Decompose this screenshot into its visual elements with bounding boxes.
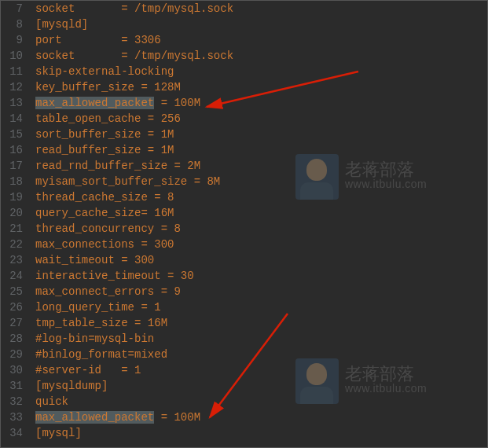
code-text: #server-id = 1 — [35, 364, 141, 376]
code-content[interactable]: [mysql] — [32, 425, 487, 441]
code-text: port = 3306 — [35, 34, 161, 46]
code-text: = 100M — [154, 411, 200, 424]
code-line[interactable]: 25max_connect_errors = 9 — [1, 284, 487, 299]
code-text: thread_cache_size = 8 — [35, 191, 174, 204]
code-content[interactable]: thread_concurrency = 8 — [32, 221, 487, 237]
code-line[interactable]: 28#log-bin=mysql-bin — [1, 331, 487, 347]
line-number: 27 — [1, 315, 32, 331]
code-text: read_rnd_buffer_size = 2M — [35, 160, 200, 172]
code-content[interactable]: tmp_table_size = 16M — [32, 315, 487, 331]
code-line[interactable]: 30#server-id = 1 — [1, 362, 487, 378]
line-number: 10 — [1, 48, 32, 64]
line-number: 19 — [1, 189, 32, 205]
code-line[interactable]: 32quick — [1, 394, 487, 409]
code-line[interactable]: 33max_allowed_packet = 100M — [1, 409, 487, 425]
code-text: sort_buffer_size = 1M — [35, 128, 174, 141]
code-content[interactable]: quick — [32, 394, 487, 409]
code-text: interactive_timeout = 30 — [35, 270, 194, 282]
code-content[interactable]: #server-id = 1 — [32, 362, 487, 378]
code-text: [mysql] — [35, 427, 82, 439]
code-text: myisam_sort_buffer_size = 8M — [35, 175, 220, 188]
code-content[interactable]: key_buffer_size = 128M — [32, 79, 487, 95]
line-number: 12 — [1, 79, 32, 95]
code-text: thread_concurrency = 8 — [35, 222, 181, 235]
code-line[interactable]: 9port = 3306 — [1, 32, 487, 48]
code-content[interactable]: max_connections = 300 — [32, 237, 487, 252]
line-number: 9 — [1, 32, 32, 48]
line-number: 26 — [1, 299, 32, 315]
line-number: 11 — [1, 64, 32, 79]
code-content[interactable]: #binlog_format=mixed — [32, 347, 487, 362]
code-text: [mysqldump] — [35, 380, 108, 392]
code-line[interactable]: 13max_allowed_packet = 100M — [1, 95, 487, 111]
code-text: wait_timeout = 300 — [35, 254, 154, 266]
code-line[interactable]: 8[mysqld] — [1, 17, 487, 32]
code-content[interactable]: skip-external-locking — [32, 64, 487, 79]
code-content[interactable]: socket = /tmp/mysql.sock — [32, 48, 487, 64]
line-number: 28 — [1, 331, 32, 347]
code-line[interactable]: 26long_query_time = 1 — [1, 299, 487, 315]
code-content[interactable]: query_cache_size= 16M — [32, 205, 487, 221]
code-content[interactable]: socket = /tmp/mysql.sock — [32, 1, 487, 17]
line-number: 18 — [1, 174, 32, 189]
code-line[interactable]: 20query_cache_size= 16M — [1, 205, 487, 221]
line-number: 16 — [1, 142, 32, 158]
line-number: 34 — [1, 425, 32, 441]
code-line[interactable]: 31[mysqldump] — [1, 378, 487, 394]
code-content[interactable]: table_open_cache = 256 — [32, 111, 487, 127]
code-line[interactable]: 27tmp_table_size = 16M — [1, 315, 487, 331]
code-line[interactable]: 17read_rnd_buffer_size = 2M — [1, 158, 487, 174]
code-content[interactable]: [mysqldump] — [32, 378, 487, 394]
line-number: 33 — [1, 409, 32, 425]
code-content[interactable]: long_query_time = 1 — [32, 299, 487, 315]
code-text: read_buffer_size = 1M — [35, 144, 174, 156]
code-content[interactable]: wait_timeout = 300 — [32, 252, 487, 268]
code-editor[interactable]: 7socket = /tmp/mysql.sock8[mysqld]9port … — [1, 1, 487, 447]
code-line[interactable]: 7socket = /tmp/mysql.sock — [1, 1, 487, 17]
code-content[interactable]: read_rnd_buffer_size = 2M — [32, 158, 487, 174]
code-text: long_query_time = 1 — [35, 301, 161, 314]
code-line[interactable]: 22max_connections = 300 — [1, 237, 487, 252]
code-text: query_cache_size= 16M — [35, 207, 174, 219]
code-content[interactable]: read_buffer_size = 1M — [32, 142, 487, 158]
line-number: 13 — [1, 95, 32, 111]
code-content[interactable]: #log-bin=mysql-bin — [32, 331, 487, 347]
code-line[interactable]: 16read_buffer_size = 1M — [1, 142, 487, 158]
code-content[interactable]: max_allowed_packet = 100M — [32, 95, 487, 111]
line-number: 17 — [1, 158, 32, 174]
code-content[interactable]: interactive_timeout = 30 — [32, 268, 487, 284]
code-line[interactable]: 12key_buffer_size = 128M — [1, 79, 487, 95]
code-line[interactable]: 24interactive_timeout = 30 — [1, 268, 487, 284]
line-number: 15 — [1, 127, 32, 142]
code-line[interactable]: 11skip-external-locking — [1, 64, 487, 79]
code-content[interactable]: [mysqld] — [32, 17, 487, 32]
code-content[interactable]: thread_cache_size = 8 — [32, 189, 487, 205]
code-content[interactable]: max_allowed_packet = 100M — [32, 409, 487, 425]
code-text: #binlog_format=mixed — [35, 348, 167, 361]
code-line[interactable]: 14table_open_cache = 256 — [1, 111, 487, 127]
code-line[interactable]: 23wait_timeout = 300 — [1, 252, 487, 268]
line-number: 7 — [1, 1, 32, 17]
code-text: tmp_table_size = 16M — [35, 317, 167, 329]
line-number: 32 — [1, 394, 32, 409]
code-line[interactable]: 29#binlog_format=mixed — [1, 347, 487, 362]
line-number: 21 — [1, 221, 32, 237]
code-line[interactable]: 34[mysql] — [1, 425, 487, 441]
code-content[interactable]: port = 3306 — [32, 32, 487, 48]
highlighted-text: max_allowed_packet — [35, 411, 154, 424]
code-content[interactable]: myisam_sort_buffer_size = 8M — [32, 174, 487, 189]
code-content[interactable]: max_connect_errors = 9 — [32, 284, 487, 299]
code-text: max_connections = 300 — [35, 238, 174, 251]
code-line[interactable]: 18myisam_sort_buffer_size = 8M — [1, 174, 487, 189]
line-number: 30 — [1, 362, 32, 378]
code-text: max_connect_errors = 9 — [35, 285, 181, 298]
code-line[interactable]: 19thread_cache_size = 8 — [1, 189, 487, 205]
code-text: socket = /tmp/mysql.sock — [35, 2, 233, 15]
line-number: 22 — [1, 237, 32, 252]
code-line[interactable]: 15sort_buffer_size = 1M — [1, 127, 487, 142]
code-content[interactable]: sort_buffer_size = 1M — [32, 127, 487, 142]
code-line[interactable]: 10socket = /tmp/mysql.sock — [1, 48, 487, 64]
code-line[interactable]: 21thread_concurrency = 8 — [1, 221, 487, 237]
code-text: key_buffer_size = 128M — [35, 81, 181, 94]
code-text: quick — [35, 395, 68, 408]
